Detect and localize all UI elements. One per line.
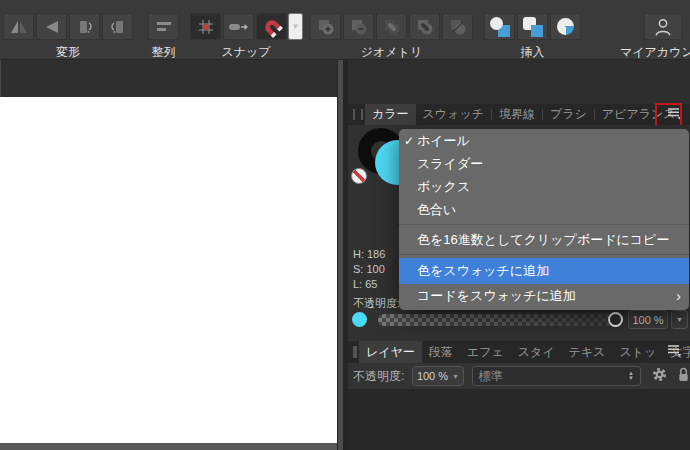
tab-styles[interactable]: スタイ	[511, 341, 562, 363]
opacity-dropdown-button[interactable]: ▼	[671, 310, 688, 329]
rotate-cw-button[interactable]	[102, 13, 133, 40]
hue-readout: H:186	[353, 248, 385, 260]
layers-panel-tabbar: レイヤー 段落 エフェ スタイ テキス ストッ 文字	[348, 341, 690, 363]
stepper-icon: ▲▼	[628, 371, 634, 381]
menu-item-wheel[interactable]: ✓ ホイール	[399, 129, 689, 152]
color-panel-menu: ✓ ホイール スライダー ボックス 色合い 色を16進数としてクリップボードにコ…	[399, 129, 689, 310]
geometry-divide-icon	[448, 17, 468, 37]
tab-layers[interactable]: レイヤー	[359, 341, 422, 363]
insert-inside-icon	[557, 18, 574, 35]
toolbar-group-align: 整列	[147, 0, 180, 61]
blend-mode-dropdown[interactable]: 標準 ▲▼	[472, 366, 641, 386]
app-window: 変形 整列 ▼	[0, 0, 690, 450]
align-icon	[155, 20, 173, 34]
opacity-value-field[interactable]: 100 %	[628, 310, 668, 329]
menu-item-tint[interactable]: 色合い	[399, 198, 689, 221]
layers-controls-row: 不透明度: 100 % ▼ 標準 ▲▼	[348, 363, 690, 390]
snap-grid-icon	[196, 17, 216, 37]
chevron-down-icon: ▼	[452, 373, 459, 380]
layer-settings-button[interactable]	[651, 366, 668, 387]
my-account-button[interactable]	[644, 13, 682, 40]
menu-item-add-code-to-swatch[interactable]: コードをスウォッチに追加 ›	[399, 284, 689, 307]
tab-stroke2[interactable]: ストッ	[612, 341, 663, 363]
toolbar-label-account: マイアカウント	[620, 44, 690, 61]
rotate-ccw-button[interactable]	[69, 13, 100, 40]
status-strip	[0, 443, 337, 450]
insert-behind-button[interactable]	[484, 13, 515, 40]
toolbar-label-insert: 挿入	[521, 44, 545, 61]
divider-handle[interactable]	[338, 60, 343, 450]
opacity-slider-knob[interactable]	[608, 312, 623, 327]
insert-inside-button[interactable]	[550, 13, 581, 40]
layers-opacity-dropdown[interactable]: 100 % ▼	[412, 366, 463, 386]
menu-item-copy-hex[interactable]: 色を16進数としてクリップボードにコピー	[399, 228, 689, 251]
snap-magnet-button[interactable]	[256, 13, 287, 40]
click-highlight-box	[655, 103, 682, 127]
menu-item-sliders[interactable]: スライダー	[399, 152, 689, 175]
saturation-readout: S:100	[353, 263, 385, 275]
color-panel-menu-button[interactable]	[664, 106, 684, 123]
insert-behind-icon	[490, 17, 510, 37]
toolbar-label-transform: 変形	[56, 44, 80, 61]
panel-menu-icon	[666, 343, 682, 360]
geometry-subtract-icon	[349, 17, 369, 37]
tab-paragraph[interactable]: 段落	[422, 341, 460, 363]
insert-top-icon	[523, 17, 543, 37]
tab-color[interactable]: カラー	[365, 104, 416, 125]
menu-item-boxes[interactable]: ボックス	[399, 175, 689, 198]
toolbar-group-transform: 変形	[2, 0, 134, 61]
align-button[interactable]	[148, 13, 179, 40]
tab-stroke[interactable]: 境界線	[492, 104, 542, 125]
toolbar-label-snap: スナップ	[221, 44, 270, 61]
panel-spacer	[348, 60, 690, 104]
chevron-down-icon: ▼	[292, 22, 300, 31]
lock-icon[interactable]	[677, 366, 690, 387]
canvas[interactable]	[0, 97, 337, 443]
geometry-intersect-button[interactable]	[376, 13, 407, 40]
geometry-add-icon	[316, 17, 336, 37]
geometry-intersect-icon	[382, 17, 402, 37]
tab-brush[interactable]: ブラシ	[543, 104, 594, 125]
menu-separator	[399, 254, 689, 255]
tab-swatches[interactable]: スウォッチ	[416, 104, 491, 125]
menu-item-add-color-to-swatch[interactable]: 色をスウォッチに追加	[399, 258, 689, 284]
tab-text[interactable]: テキス	[562, 341, 613, 363]
insert-top-button[interactable]	[517, 13, 548, 40]
toolbar-group-insert: 挿入	[483, 0, 582, 61]
toolbar-label-align: 整列	[152, 44, 176, 61]
no-color-swatch[interactable]	[351, 168, 367, 184]
geometry-add-button[interactable]	[310, 13, 341, 40]
rotate-cw-icon	[109, 18, 127, 36]
flip-vertical-icon	[43, 19, 61, 35]
toolbar-group-account: マイアカウント	[620, 0, 690, 61]
toolbar-group-snap: ▼ スナップ	[189, 0, 303, 61]
geometry-xor-button[interactable]	[409, 13, 440, 40]
flip-horizontal-button[interactable]	[3, 13, 34, 40]
magnet-icon	[261, 16, 283, 38]
snap-move-button[interactable]	[223, 13, 254, 40]
panel-drag-handle[interactable]	[353, 109, 363, 120]
chevron-down-icon: ▼	[676, 316, 683, 323]
geometry-subtract-button[interactable]	[343, 13, 374, 40]
layers-panel-menu-button[interactable]	[664, 343, 684, 360]
opacity-slider[interactable]	[378, 314, 618, 326]
tab-effects[interactable]: エフェ	[460, 341, 511, 363]
flip-horizontal-icon	[9, 19, 29, 35]
flip-vertical-button[interactable]	[36, 13, 67, 40]
geometry-divide-button[interactable]	[442, 13, 473, 40]
snap-move-icon	[228, 20, 250, 34]
menu-separator	[399, 224, 689, 225]
document-area	[0, 60, 337, 450]
layers-list-area[interactable]	[348, 390, 690, 450]
geometry-xor-icon	[415, 17, 435, 37]
panel-divider[interactable]	[337, 60, 348, 450]
panel-drag-handle[interactable]	[353, 346, 357, 358]
toolbar-group-geometry: ジオメトリ	[309, 0, 474, 61]
submenu-arrow-icon: ›	[676, 288, 681, 304]
snap-dropdown-button[interactable]: ▼	[288, 13, 303, 40]
top-toolbar: 変形 整列 ▼	[0, 0, 690, 60]
lightness-readout: L:65	[353, 278, 377, 290]
snap-grid-button[interactable]	[190, 13, 221, 40]
context-toolbar	[0, 60, 337, 97]
color-panel-tabbar: カラー スウォッチ 境界線 ブラシ アピアランス	[348, 104, 690, 125]
